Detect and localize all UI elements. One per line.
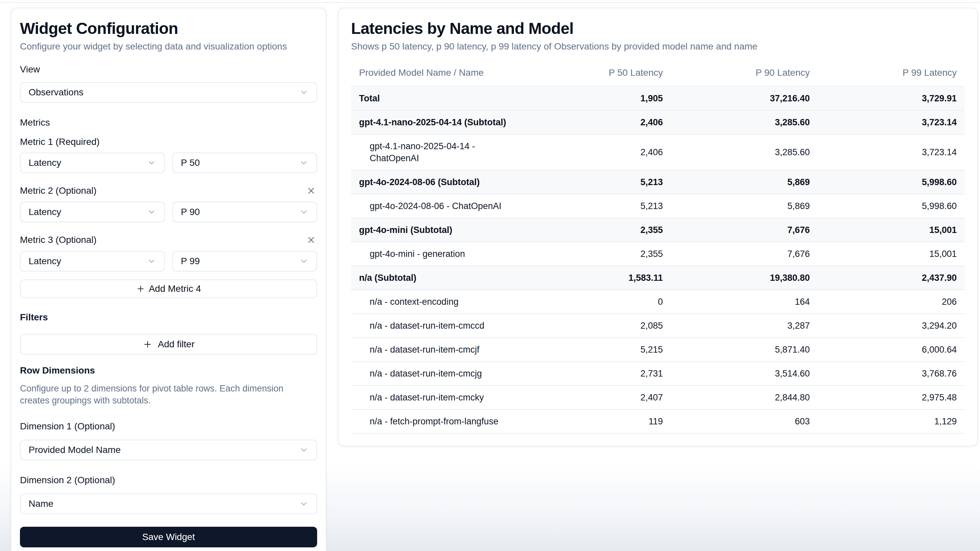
metric-1-row: Latency P 50 [20,152,317,173]
metric-1-measure-value: Latency [29,157,61,168]
column-header-p99: P 99 Latency [818,62,965,86]
p90-cell: 3,285.60 [671,110,818,134]
p99-cell: 3,723.14 [818,134,965,170]
p99-cell: 3,294.20 [818,314,965,338]
table-row-leaf: n/a - fetch-prompt-from-langfuse1196031,… [351,410,965,433]
dimension-2-select[interactable]: Name [20,494,317,514]
p90-cell: 7,676 [671,218,818,242]
column-header-p90: P 90 Latency [671,62,818,86]
config-panel-subtitle: Configure your widget by selecting data … [20,41,317,52]
view-label: View [20,64,317,75]
p50-cell: 0 [524,290,671,314]
p99-cell: 2,975.48 [818,386,965,410]
metric-1-aggregation-select[interactable]: P 50 [172,152,317,173]
p99-cell: 3,768.76 [818,362,965,386]
p99-cell: 5,998.60 [818,194,965,218]
p50-cell: 1,583.11 [524,266,671,290]
p50-cell: 119 [524,410,671,433]
remove-metric-2-button[interactable] [305,185,317,197]
remove-metric-3-button[interactable] [305,234,317,246]
plus-icon [136,284,145,294]
table-row-leaf: gpt-4.1-nano-2025-04-14 - ChatOpenAI2,40… [351,134,965,170]
row-dimensions-label: Row Dimensions [20,365,317,376]
row-name-cell: gpt-4o-mini - generation [351,242,524,266]
table-row-leaf: gpt-4o-mini - generation2,3557,67615,001 [351,242,965,266]
row-name-cell: n/a (Subtotal) [351,266,524,290]
chevron-down-icon [299,499,309,508]
dimension-1-label: Dimension 1 (Optional) [20,421,317,432]
p90-cell: 603 [671,410,818,433]
p50-cell: 1,905 [524,86,671,110]
row-name-cell: n/a - dataset-run-item-cmcjf [351,338,524,362]
metric-3-row: Latency P 99 [20,251,317,272]
metric-3-measure-value: Latency [29,256,61,267]
metric-3-aggregation-value: P 99 [181,256,200,267]
metric-3-measure-select[interactable]: Latency [20,251,165,272]
table-row-leaf: n/a - dataset-run-item-cmcjf5,2155,871.4… [351,338,965,362]
p90-cell: 19,380.80 [671,266,818,290]
chevron-down-icon [299,88,309,97]
table-row-leaf: gpt-4o-2024-08-06 - ChatOpenAI5,2135,869… [351,194,965,218]
p99-cell: 6,000.64 [818,338,965,362]
metric-1-measure-select[interactable]: Latency [20,152,165,173]
metric-3-header: Metric 3 (Optional) [20,234,317,246]
chevron-down-icon [299,158,309,167]
p50-cell: 2,406 [524,134,671,170]
p50-cell: 2,731 [524,362,671,386]
row-name-cell: n/a - fetch-prompt-from-langfuse [351,410,524,433]
p50-cell: 2,355 [524,218,671,242]
plus-icon [143,339,153,349]
x-icon [306,235,316,245]
table-row-leaf: n/a - dataset-run-item-cmcjg2,7313,514.6… [351,362,965,386]
add-filter-label: Add filter [158,339,195,349]
metric-2-measure-select[interactable]: Latency [20,202,165,222]
p99-cell: 3,729.91 [818,86,965,110]
dimension-1-select[interactable]: Provided Model Name [20,440,317,460]
filters-section-label: Filters [20,312,317,323]
metric-2-measure-value: Latency [29,207,61,218]
metric-2-label: Metric 2 (Optional) [20,186,96,196]
metric-3-aggregation-select[interactable]: P 99 [172,251,317,272]
metric-2-row: Latency P 90 [20,202,317,222]
table-row-subtotal: gpt-4o-mini (Subtotal)2,3557,67615,001 [351,218,965,242]
p99-cell: 206 [818,290,965,314]
view-select-value: Observations [29,87,83,98]
chevron-down-icon [299,207,309,217]
view-select[interactable]: Observations [20,82,317,103]
pivot-table: Provided Model Name / Name P 50 Latency … [351,62,965,433]
row-dimensions-description: Configure up to 2 dimensions for pivot t… [20,383,312,407]
row-name-cell: n/a - dataset-run-item-cmcky [351,386,524,410]
row-name-cell: gpt-4o-2024-08-06 - ChatOpenAI [351,194,524,218]
dimension-1-value: Provided Model Name [29,445,121,455]
p50-cell: 5,215 [524,338,671,362]
save-widget-button[interactable]: Save Widget [20,527,317,547]
add-metric-button[interactable]: Add Metric 4 [20,279,317,298]
row-name-cell: gpt-4.1-nano-2025-04-14 - ChatOpenAI [351,134,524,170]
page-top-divider [0,2,980,3]
chevron-down-icon [147,257,156,266]
add-filter-button[interactable]: Add filter [20,334,317,354]
metrics-section-label: Metrics [20,118,317,128]
x-icon [306,186,316,196]
pivot-table-header-row: Provided Model Name / Name P 50 Latency … [351,62,965,86]
p99-cell: 15,001 [818,218,965,242]
chevron-down-icon [147,207,156,217]
row-name-cell: gpt-4o-2024-08-06 (Subtotal) [351,170,524,194]
row-name-cell: gpt-4.1-nano-2025-04-14 (Subtotal) [351,110,524,134]
metric-2-aggregation-value: P 90 [181,207,200,218]
table-row-subtotal: gpt-4o-2024-08-06 (Subtotal)5,2135,8695,… [351,170,965,194]
p99-cell: 5,998.60 [818,170,965,194]
p50-cell: 2,407 [524,386,671,410]
row-name-cell: n/a - dataset-run-item-cmccd [351,314,524,338]
p90-cell: 7,676 [671,242,818,266]
widget-builder-page: Widget Configuration Configure your widg… [0,0,980,551]
metric-2-aggregation-select[interactable]: P 90 [172,202,317,222]
dimension-2-label: Dimension 2 (Optional) [20,475,317,486]
dimension-2-value: Name [29,499,54,509]
p90-cell: 3,514.60 [671,362,818,386]
row-name-cell: n/a - context-encoding [351,290,524,314]
metric-3-label: Metric 3 (Optional) [20,235,96,245]
p90-cell: 5,871.40 [671,338,818,362]
metric-1-aggregation-value: P 50 [181,157,200,168]
preview-panel-title: Latencies by Name and Model [351,20,965,38]
